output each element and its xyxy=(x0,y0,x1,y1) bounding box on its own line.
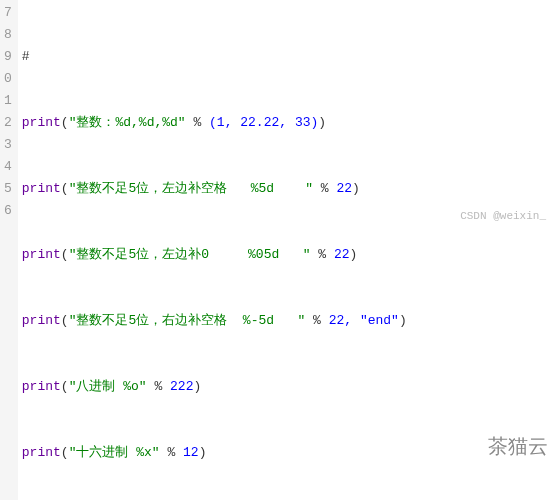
line-num: 9 xyxy=(4,46,12,68)
code-comment: # xyxy=(22,49,30,64)
line-num: 0 xyxy=(4,68,12,90)
line-num: 3 xyxy=(4,134,12,156)
line-num: 6 xyxy=(4,200,12,222)
csdn-watermark: CSDN @weixin_ xyxy=(460,210,546,222)
watermark-text: 茶猫云 xyxy=(488,433,548,460)
line-num: 8 xyxy=(4,24,12,46)
line-gutter: 7 8 9 0 1 2 3 4 5 6 xyxy=(0,0,18,500)
code-editor[interactable]: 7 8 9 0 1 2 3 4 5 6 # print("整数：%d,%d,%d… xyxy=(0,0,552,500)
code-line: print("整数：%d,%d,%d" % (1, 22.22, 33)) xyxy=(22,112,454,134)
code-line: print("十六进制 %x" % 12) xyxy=(22,442,454,464)
line-num: 2 xyxy=(4,112,12,134)
line-num: 4 xyxy=(4,156,12,178)
code-line: print("整数不足5位，右边补空格 %-5d " % 22, "end") xyxy=(22,310,454,332)
code-line: print("整数不足5位，左边补空格 %5d " % 22) xyxy=(22,178,454,200)
line-num: 7 xyxy=(4,2,12,24)
code-area[interactable]: # print("整数：%d,%d,%d" % (1, 22.22, 33)) … xyxy=(18,0,458,500)
line-num: 5 xyxy=(4,178,12,200)
code-line: print("整数不足5位，左边补0 %05d " % 22) xyxy=(22,244,454,266)
line-num: 1 xyxy=(4,90,12,112)
code-line: print("八进制 %o" % 222) xyxy=(22,376,454,398)
